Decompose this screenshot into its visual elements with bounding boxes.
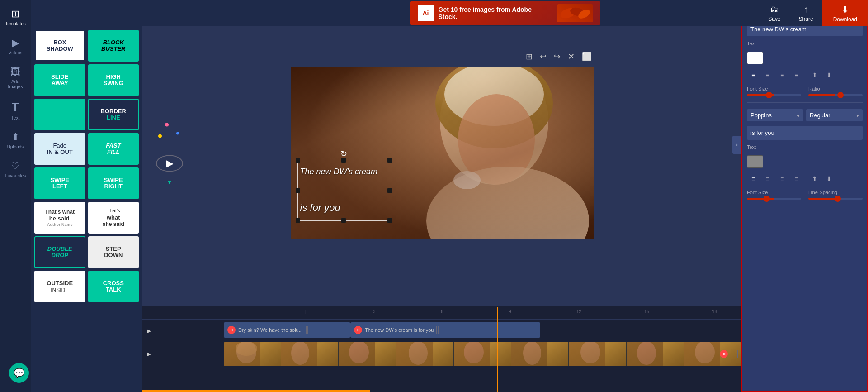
- thumb-9-icon: [684, 342, 720, 366]
- ruler-mark-6: 6: [441, 309, 443, 314]
- section2-align-right-btn[interactable]: ≡: [776, 172, 788, 185]
- svg-point-26: [637, 342, 656, 365]
- template-border-line[interactable]: BORDERLINE: [88, 99, 139, 130]
- canvas-text-line2: is for you: [300, 202, 340, 214]
- section2-align-justify-btn[interactable]: ≡: [790, 172, 803, 185]
- section2-font-select[interactable]: Poppins: [747, 109, 803, 121]
- segment-2-close[interactable]: ✕: [354, 326, 362, 334]
- sidebar-item-uploads[interactable]: ⬆ Uploads: [0, 127, 31, 154]
- section1-color-picker[interactable]: [747, 52, 763, 64]
- thumb-6-icon: [511, 342, 547, 366]
- section1-fontsize-slider[interactable]: [747, 94, 801, 96]
- template-double-drop[interactable]: DOUBLEDROP: [34, 236, 85, 268]
- rotate-handle[interactable]: ↻: [340, 149, 347, 159]
- template-fast-fill[interactable]: FASTFILL: [88, 133, 139, 165]
- sidebar-item-videos[interactable]: ▶ Videos: [0, 33, 31, 60]
- section2-fontsize-slider[interactable]: [747, 198, 801, 200]
- panel-collapse-button[interactable]: ›: [732, 136, 741, 154]
- adobe-logo: Ai: [418, 5, 434, 21]
- template-teal-square[interactable]: [34, 99, 85, 130]
- template-thats-what-she[interactable]: That's what she said: [88, 202, 139, 234]
- template-thats-what-he[interactable]: That's what he said. Author Name: [34, 202, 85, 234]
- section2-align-left-btn[interactable]: ≡: [747, 172, 760, 185]
- sidebar-item-favourites[interactable]: ♡ Favourites: [0, 156, 31, 183]
- caption-segment-2[interactable]: ✕ The new DW's cream is for you: [350, 322, 540, 338]
- template-block-buster[interactable]: BLOCKBUSTER: [88, 30, 139, 62]
- divider-1: [747, 102, 863, 103]
- adobe-banner-ad[interactable]: Ai Get 10 free images from Adobe Stock.: [410, 1, 600, 25]
- template-box-shadow[interactable]: BOXSHADOW: [34, 30, 85, 62]
- align-center-btn[interactable]: ≡: [761, 69, 774, 81]
- grid-view-button[interactable]: ⊞: [524, 50, 534, 63]
- section1-fontsize-label: Font Size: [747, 86, 801, 91]
- valign-bottom-btn[interactable]: ⬇: [823, 69, 835, 81]
- ruler-mark-18: 18: [712, 309, 717, 314]
- handle-bottom-left[interactable]: [296, 218, 300, 223]
- right-panel: Poppins Regular Bold Italic Text ≡ ≡ ≡ ≡…: [741, 0, 868, 392]
- download-button[interactable]: ⬇ Download: [822, 0, 868, 26]
- valign-top-btn[interactable]: ⬆: [808, 69, 821, 81]
- share-button[interactable]: ↑ Share: [790, 0, 822, 26]
- text-selection-box[interactable]: ↻ The new DW's cream is for you: [297, 160, 390, 221]
- align-right-btn[interactable]: ≡: [776, 69, 788, 81]
- section1-ratio-slider[interactable]: [808, 94, 863, 96]
- section2-valign-top-btn[interactable]: ⬆: [808, 172, 821, 185]
- video-thumb-3: [339, 342, 396, 366]
- template-cross-talk[interactable]: CROSSTALK: [88, 271, 139, 302]
- save-button[interactable]: 🗂 Save: [759, 0, 789, 26]
- expand-button[interactable]: ⬜: [580, 50, 594, 63]
- ruler-mark-0: |: [305, 309, 307, 314]
- video-thumb-5: [454, 342, 511, 366]
- handle-bottom-right[interactable]: [387, 218, 392, 223]
- section2-color-picker[interactable]: [747, 155, 763, 168]
- uploads-label: Uploads: [7, 144, 24, 149]
- video-thumb-4: [396, 342, 454, 366]
- template-step-down[interactable]: STEPDOWN: [88, 236, 139, 268]
- section2-weight-select[interactable]: Regular Bold: [806, 109, 863, 121]
- align-left-btn[interactable]: ≡: [747, 69, 760, 81]
- section2-valign-bottom-btn[interactable]: ⬇: [823, 172, 835, 185]
- handle-mid-right[interactable]: [387, 188, 392, 193]
- section2-sliders: Font Size Line-Spacing: [747, 190, 863, 200]
- template-outside-inside[interactable]: OUTSIDE INSIDE: [34, 271, 85, 302]
- redo-button[interactable]: ↪: [552, 50, 562, 63]
- align-justify-btn[interactable]: ≡: [790, 69, 803, 81]
- chat-bubble[interactable]: 💬: [9, 363, 29, 383]
- template-swipe-left[interactable]: SWIPELEFT: [34, 167, 85, 199]
- templates-icon: ⊞: [11, 8, 19, 20]
- segment-1-close[interactable]: ✕: [227, 326, 236, 334]
- handle-mid-left[interactable]: [296, 188, 300, 193]
- section2-linespacing-slider[interactable]: [808, 198, 863, 200]
- section1-text-label: Text: [747, 41, 863, 46]
- play-button[interactable]: ▶: [156, 155, 183, 172]
- caption-segment-1[interactable]: ✕ Dry skin? We have the solu...: [224, 322, 350, 338]
- undo-button[interactable]: ↩: [538, 50, 548, 63]
- svg-rect-10: [224, 342, 260, 366]
- section1-ratio-label: Ratio: [808, 86, 863, 91]
- ruler-mark-12: 12: [576, 309, 581, 314]
- template-high-swing[interactable]: HIGHSWING: [88, 64, 139, 96]
- video-track-close[interactable]: ✕: [720, 350, 728, 358]
- template-slide-away[interactable]: SLIDEAWAY: [34, 64, 85, 96]
- handle-top-right[interactable]: [387, 158, 392, 163]
- section2-align-center-btn[interactable]: ≡: [761, 172, 774, 185]
- svg-rect-23: [569, 342, 605, 366]
- handle-bottom-mid[interactable]: [341, 218, 346, 223]
- favourites-label: Favourites: [5, 173, 26, 178]
- video-thumb-8: [627, 342, 684, 366]
- close-canvas-button[interactable]: ✕: [566, 50, 576, 63]
- sidebar-item-add-images[interactable]: 🖼 Add Images: [0, 62, 31, 94]
- section2-text-input[interactable]: [747, 126, 863, 140]
- template-swipe-right[interactable]: SWIPERIGHT: [88, 167, 139, 199]
- handle-top-left[interactable]: [296, 158, 300, 163]
- video-thumbnails: [224, 342, 741, 366]
- banner-text: Get 10 free images from Adobe Stock.: [439, 6, 552, 20]
- handle-top-mid[interactable]: [341, 158, 346, 163]
- video-thumb-6: [511, 342, 569, 366]
- canvas-text-line1: The new DW's cream: [300, 167, 377, 177]
- template-fade-in-out[interactable]: Fade IN & OUT: [34, 133, 85, 165]
- sidebar-item-text[interactable]: T Text: [0, 96, 31, 125]
- sidebar-item-templates[interactable]: ⊞ Templates: [0, 4, 31, 31]
- section2-font-select-wrap: Poppins: [747, 109, 803, 121]
- ruler-mark-3: 3: [373, 309, 376, 314]
